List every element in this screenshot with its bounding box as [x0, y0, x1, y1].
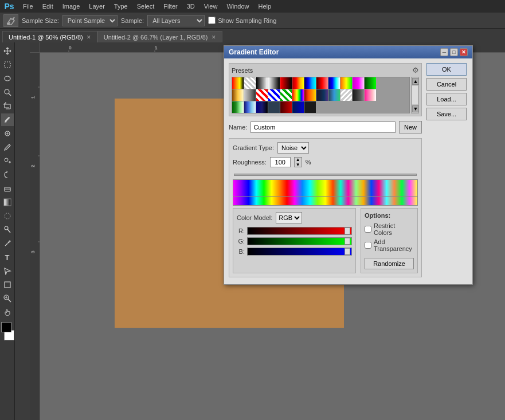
- foreground-color-swatch[interactable]: [1, 322, 11, 332]
- path-selection-tool[interactable]: [1, 265, 14, 277]
- preset-12[interactable]: [365, 77, 376, 89]
- red-slider-track[interactable]: [247, 227, 352, 235]
- clone-stamp-tool[interactable]: [1, 155, 14, 167]
- presets-scrollbar[interactable]: ▲ ▼: [411, 77, 419, 113]
- preset-13[interactable]: [232, 89, 244, 101]
- gradient-type-select[interactable]: Noise: [277, 142, 309, 154]
- green-slider-thumb[interactable]: [345, 238, 350, 245]
- color-model-select[interactable]: RGB: [276, 212, 302, 223]
- preset-11[interactable]: [353, 77, 364, 89]
- preset-9[interactable]: [328, 77, 340, 89]
- preset-22[interactable]: [340, 89, 352, 101]
- preset-18[interactable]: [292, 89, 304, 101]
- ok-button[interactable]: OK: [426, 63, 467, 76]
- gradient-slider-track[interactable]: [234, 174, 417, 176]
- scroll-up-button[interactable]: ▲: [412, 78, 419, 85]
- preset-25[interactable]: [232, 101, 244, 113]
- menu-image[interactable]: Image: [58, 2, 85, 11]
- preset-23[interactable]: [353, 89, 364, 101]
- preset-14[interactable]: [244, 89, 256, 101]
- preset-5[interactable]: [280, 77, 292, 89]
- menu-filter[interactable]: Filter: [159, 2, 182, 11]
- presets-gear-icon[interactable]: ⚙: [412, 66, 419, 74]
- preset-6[interactable]: [292, 77, 304, 89]
- sample-size-select[interactable]: Point Sample: [62, 15, 118, 26]
- tab-untitled-1[interactable]: Untitled-1 @ 50% (RGB/8) ✕: [2, 31, 97, 42]
- menu-window[interactable]: Window: [222, 2, 253, 11]
- quick-select-tool[interactable]: [1, 86, 14, 99]
- roughness-value-input[interactable]: [270, 157, 291, 167]
- preset-26[interactable]: [244, 101, 256, 113]
- name-input[interactable]: [250, 121, 396, 133]
- preset-19[interactable]: [304, 89, 316, 101]
- zoom-tool[interactable]: [1, 292, 14, 305]
- menu-edit[interactable]: Edit: [38, 2, 58, 11]
- preset-16[interactable]: [268, 89, 280, 101]
- menu-select[interactable]: Select: [132, 2, 159, 11]
- menu-type[interactable]: Type: [109, 2, 132, 11]
- svg-text:3: 3: [30, 250, 36, 253]
- eyedropper-tool-icon[interactable]: [3, 14, 18, 27]
- menu-file[interactable]: File: [18, 2, 38, 11]
- history-brush-tool[interactable]: [1, 168, 14, 181]
- crop-tool[interactable]: [1, 100, 14, 112]
- preset-7[interactable]: [304, 77, 316, 89]
- lasso-tool[interactable]: [1, 72, 14, 85]
- dodge-tool[interactable]: [1, 223, 14, 236]
- brush-tool[interactable]: [1, 141, 14, 154]
- preset-3[interactable]: [256, 77, 268, 89]
- scroll-down-button[interactable]: ▼: [412, 105, 419, 112]
- eyedropper-tool[interactable]: [1, 113, 14, 126]
- eraser-tool[interactable]: [1, 182, 14, 195]
- menu-help[interactable]: Help: [254, 2, 276, 11]
- tab-close-1[interactable]: ✕: [87, 34, 91, 40]
- marquee-tool[interactable]: [1, 58, 14, 71]
- preset-21[interactable]: [328, 89, 340, 101]
- preset-27[interactable]: [256, 101, 268, 113]
- menu-view[interactable]: View: [199, 2, 222, 11]
- tab-close-2[interactable]: ✕: [212, 34, 216, 40]
- preset-24[interactable]: [365, 89, 376, 101]
- preset-30[interactable]: [292, 101, 304, 113]
- heal-tool[interactable]: [1, 127, 14, 140]
- randomize-button[interactable]: Randomize: [365, 258, 414, 269]
- red-slider-thumb[interactable]: [345, 227, 350, 234]
- gradient-bar[interactable]: [233, 179, 418, 197]
- maximize-button[interactable]: □: [450, 48, 458, 56]
- preset-4[interactable]: [268, 77, 280, 89]
- cancel-button[interactable]: Cancel: [426, 78, 467, 91]
- save-button[interactable]: Save...: [426, 108, 467, 120]
- preset-1[interactable]: [232, 77, 244, 89]
- blur-tool[interactable]: [1, 210, 14, 222]
- preset-8[interactable]: [316, 77, 328, 89]
- menu-layer[interactable]: Layer: [84, 2, 109, 11]
- gradient-tool[interactable]: [1, 196, 14, 209]
- load-button[interactable]: Load...: [426, 93, 467, 105]
- blue-slider-track[interactable]: [247, 248, 352, 256]
- tab-untitled-2[interactable]: Untitled-2 @ 66.7% (Layer 1, RGB/8) ✕: [97, 31, 222, 42]
- blue-slider-thumb[interactable]: [345, 248, 350, 255]
- shape-tool[interactable]: [1, 278, 14, 291]
- minimize-button[interactable]: ─: [440, 48, 448, 56]
- menu-3d[interactable]: 3D: [182, 2, 199, 11]
- preset-31[interactable]: [304, 101, 316, 113]
- preset-10[interactable]: [340, 77, 352, 89]
- preset-29[interactable]: [280, 101, 292, 113]
- preset-28[interactable]: [268, 101, 280, 113]
- preset-17[interactable]: [280, 89, 292, 101]
- add-transparency-checkbox[interactable]: [365, 242, 371, 249]
- close-button[interactable]: ✕: [460, 48, 468, 56]
- roughness-spin-button[interactable]: ▲▼: [294, 157, 302, 167]
- green-slider-track[interactable]: [247, 237, 352, 245]
- restrict-colors-checkbox[interactable]: [365, 226, 371, 233]
- preset-2[interactable]: [244, 77, 256, 89]
- show-sampling-ring-checkbox[interactable]: [208, 17, 216, 24]
- preset-20[interactable]: [316, 89, 328, 101]
- text-tool[interactable]: T: [1, 251, 14, 264]
- new-button[interactable]: New: [399, 121, 422, 134]
- pen-tool[interactable]: [1, 237, 14, 250]
- move-tool[interactable]: [1, 45, 14, 57]
- hand-tool[interactable]: [1, 306, 14, 319]
- preset-15[interactable]: [256, 89, 268, 101]
- sample-layers-select[interactable]: All Layers: [147, 15, 205, 26]
